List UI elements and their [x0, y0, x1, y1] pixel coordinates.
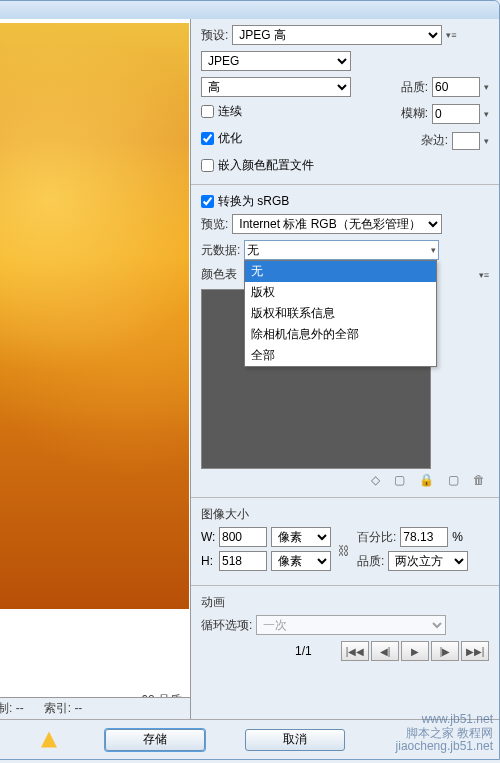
ct-new-icon[interactable]: ▢: [448, 473, 459, 487]
preset-select[interactable]: JPEG 高: [232, 25, 442, 45]
metadata-option[interactable]: 全部: [245, 345, 436, 366]
preset-label: 预设:: [201, 27, 228, 44]
quality-stepper-icon[interactable]: ▾: [484, 82, 489, 92]
ct-icon[interactable]: ◇: [371, 473, 380, 487]
width-label: W:: [201, 530, 215, 544]
animation-label: 动画: [201, 594, 489, 611]
height-unit-select[interactable]: 像素: [271, 551, 331, 571]
first-frame-button[interactable]: |◀◀: [341, 641, 369, 661]
embed-profile-label: 嵌入颜色配置文件: [218, 157, 314, 174]
metadata-dropdown-list: 无 版权 版权和联系信息 除相机信息外的全部 全部: [244, 260, 437, 367]
settings-panel: 预设: JPEG 高 ▾≡ JPEG 高 品质: ▾ 连续 模糊: ▾: [191, 19, 499, 719]
preview-select-label: 预览:: [201, 216, 228, 233]
metadata-current: 无: [247, 242, 259, 259]
metadata-option[interactable]: 除相机信息外的全部: [245, 324, 436, 345]
percent-input[interactable]: [400, 527, 448, 547]
embed-profile-checkbox[interactable]: [201, 159, 214, 172]
blur-label: 模糊:: [401, 105, 428, 122]
preview-statusbar: 制: -- 索引: --: [0, 697, 190, 719]
ct-delete-icon[interactable]: 🗑: [473, 473, 485, 487]
quality-label: 品质:: [401, 79, 428, 96]
play-button[interactable]: ▶: [401, 641, 429, 661]
dialog-window: 60 品质 制: -- 索引: -- 预设: JPEG 高 ▾≡ JPEG 高 …: [0, 0, 500, 760]
colortable-toolbar: ◇ ▢ 🔒 ▢ 🗑: [201, 473, 489, 487]
metadata-option[interactable]: 无: [245, 261, 436, 282]
optimize-label: 优化: [218, 130, 242, 147]
warning-icon: [41, 732, 57, 748]
status-zhi-label: 制:: [0, 701, 12, 715]
last-frame-button[interactable]: ▶▶|: [461, 641, 489, 661]
loop-select: 一次: [256, 615, 446, 635]
continuous-checkbox[interactable]: [201, 105, 214, 118]
status-zhi-value: --: [16, 701, 24, 715]
format-select[interactable]: JPEG: [201, 51, 351, 71]
imagesize-label: 图像大小: [201, 506, 489, 523]
save-button[interactable]: 存储: [105, 729, 205, 751]
next-frame-button[interactable]: |▶: [431, 641, 459, 661]
loop-label: 循环选项:: [201, 617, 252, 634]
ct-icon[interactable]: ▢: [394, 473, 405, 487]
width-input[interactable]: [219, 527, 267, 547]
percent-unit: %: [452, 530, 463, 544]
percent-label: 百分比:: [357, 529, 396, 546]
blur-stepper-icon[interactable]: ▾: [484, 109, 489, 119]
convert-srgb-label: 转换为 sRGB: [218, 193, 289, 210]
matte-swatch[interactable]: [452, 132, 480, 150]
height-input[interactable]: [219, 551, 267, 571]
titlebar: [0, 1, 499, 19]
quality-input[interactable]: [432, 77, 480, 97]
metadata-option[interactable]: 版权: [245, 282, 436, 303]
left-column: 60 品质 制: -- 索引: --: [0, 19, 191, 719]
frame-counter: 1/1: [295, 644, 312, 658]
colortable-menu-icon[interactable]: ▾≡: [479, 270, 489, 280]
matte-dropdown-icon[interactable]: ▾: [484, 136, 489, 146]
convert-srgb-checkbox[interactable]: [201, 195, 214, 208]
compression-select[interactable]: 高: [201, 77, 351, 97]
matte-label: 杂边:: [421, 132, 448, 149]
preset-menu-icon[interactable]: ▾≡: [446, 30, 456, 40]
colortable-label: 颜色表: [201, 266, 237, 283]
status-index-value: --: [74, 701, 82, 715]
chevron-down-icon: ▾: [431, 245, 436, 255]
optimize-checkbox[interactable]: [201, 132, 214, 145]
status-index-label: 索引:: [44, 701, 71, 715]
height-label: H:: [201, 554, 215, 568]
link-icon[interactable]: ⛓: [337, 534, 351, 568]
preview-select[interactable]: Internet 标准 RGB（无色彩管理）: [232, 214, 442, 234]
resample-quality-label: 品质:: [357, 553, 384, 570]
metadata-option[interactable]: 版权和联系信息: [245, 303, 436, 324]
continuous-label: 连续: [218, 103, 242, 120]
ct-lock-icon[interactable]: 🔒: [419, 473, 434, 487]
cancel-button[interactable]: 取消: [245, 729, 345, 751]
prev-frame-button[interactable]: ◀|: [371, 641, 399, 661]
image-preview[interactable]: [0, 23, 189, 609]
watermark: www.jb51.net 脚本之家 教程网 jiaocheng.jb51.net: [396, 713, 493, 753]
blur-input[interactable]: [432, 104, 480, 124]
metadata-dropdown[interactable]: 无▾ 无 版权 版权和联系信息 除相机信息外的全部 全部: [244, 240, 439, 260]
metadata-label: 元数据:: [201, 242, 240, 259]
resample-select[interactable]: 两次立方: [388, 551, 468, 571]
width-unit-select[interactable]: 像素: [271, 527, 331, 547]
